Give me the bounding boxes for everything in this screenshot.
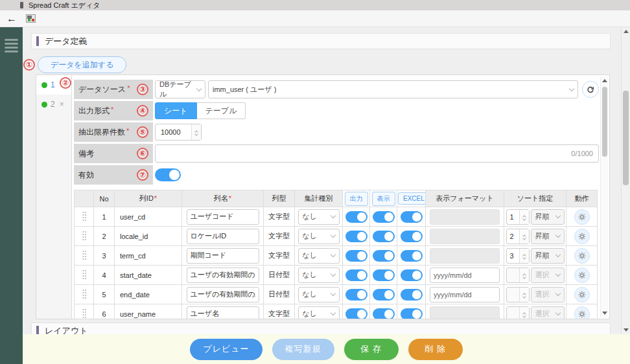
column-name-input[interactable] xyxy=(187,287,259,302)
output-toggle[interactable] xyxy=(345,289,368,301)
display-toggle[interactable] xyxy=(373,211,395,223)
scroll-up-icon[interactable] xyxy=(624,30,629,33)
display-toggle[interactable] xyxy=(373,231,395,242)
column-name-input[interactable] xyxy=(187,267,259,283)
layout-section-header: レイアウト xyxy=(31,323,611,334)
spinner-arrows[interactable] xyxy=(519,307,529,320)
scroll-down-icon[interactable] xyxy=(602,312,607,315)
datasource-table-select[interactable]: imm_user ( ユーザ ) xyxy=(208,80,578,98)
data-definition-section-header: データ定義 xyxy=(31,33,611,49)
excel-toggle[interactable] xyxy=(401,211,423,223)
save-button[interactable]: 保 存 xyxy=(344,339,399,360)
copy-new-button[interactable]: 複写新規 xyxy=(272,339,334,360)
output-toggle[interactable] xyxy=(345,269,368,281)
format-input[interactable] xyxy=(430,229,500,244)
sort-order-select[interactable]: 昇順 xyxy=(531,209,565,225)
spinner-arrows[interactable] xyxy=(519,210,529,224)
output-toggle[interactable] xyxy=(345,231,368,242)
aggregation-select[interactable]: なし xyxy=(298,248,340,264)
spinner-arrows[interactable] xyxy=(191,124,201,140)
format-input[interactable] xyxy=(430,306,500,320)
display-toggle[interactable] xyxy=(373,308,395,320)
menu-icon[interactable] xyxy=(5,39,18,52)
column-settings-button[interactable] xyxy=(574,306,590,320)
column-name-input[interactable] xyxy=(187,306,259,320)
drag-handle-icon[interactable] xyxy=(82,269,87,280)
sort-number-spinner[interactable]: 1 xyxy=(506,209,530,225)
aggregation-select[interactable]: なし xyxy=(298,267,340,283)
panel-scrollbar[interactable] xyxy=(600,76,608,317)
display-toggle[interactable] xyxy=(373,250,395,262)
aggregation-select[interactable]: なし xyxy=(298,306,340,320)
scroll-down-icon[interactable] xyxy=(624,328,629,332)
scroll-up-icon[interactable] xyxy=(602,79,607,82)
add-data-button[interactable]: データを追加する xyxy=(38,56,126,73)
excel-toggle[interactable] xyxy=(401,289,423,301)
sort-order-select[interactable]: 選択 xyxy=(531,267,565,283)
display-all-button[interactable]: 表示 xyxy=(372,192,395,206)
aggregation-select[interactable]: なし xyxy=(298,229,340,244)
sort-order-select[interactable]: 選択 xyxy=(531,287,565,302)
spinner-arrows[interactable] xyxy=(519,229,529,244)
sort-number-spinner[interactable]: 3 xyxy=(506,248,530,264)
excel-toggle[interactable] xyxy=(401,269,423,281)
spinner-arrows[interactable] xyxy=(519,249,529,263)
sort-number-spinner[interactable] xyxy=(506,306,530,320)
chevron-down-icon xyxy=(555,252,560,257)
column-settings-button[interactable] xyxy=(574,267,590,283)
enabled-toggle[interactable] xyxy=(155,168,181,181)
drag-handle-icon[interactable] xyxy=(82,250,87,260)
output-toggle[interactable] xyxy=(345,211,368,223)
sort-number-spinner[interactable] xyxy=(506,287,530,302)
back-button[interactable]: ← xyxy=(6,14,17,24)
spreadsheet-app-icon[interactable] xyxy=(26,14,36,23)
drag-handle-icon[interactable] xyxy=(82,289,87,299)
output-toggle[interactable] xyxy=(345,250,368,262)
column-name-input[interactable] xyxy=(187,209,259,225)
refresh-button[interactable] xyxy=(582,81,599,98)
output-all-button[interactable]: 出力 xyxy=(345,192,368,206)
datasource-type-select[interactable]: DBテーブル xyxy=(155,80,205,98)
sheet-option-button[interactable]: シート xyxy=(155,102,197,119)
display-toggle[interactable] xyxy=(373,289,395,301)
drag-handle-icon[interactable] xyxy=(82,211,87,222)
drag-handle-icon[interactable] xyxy=(82,231,87,241)
data-tab-2[interactable]: 2 × xyxy=(36,95,71,114)
table-option-button[interactable]: テーブル xyxy=(197,102,246,119)
output-toggle[interactable] xyxy=(345,308,368,320)
format-input[interactable] xyxy=(430,287,500,302)
excel-toggle[interactable] xyxy=(401,250,423,262)
limit-spinner[interactable]: 10000 xyxy=(155,124,202,141)
delete-button[interactable]: 削 除 xyxy=(408,339,463,360)
sort-order-select[interactable]: 昇順 xyxy=(531,229,565,244)
scrollbar-thumb[interactable] xyxy=(602,87,607,157)
aggregation-select[interactable]: なし xyxy=(298,209,340,225)
format-input[interactable] xyxy=(430,267,500,283)
aggregation-select[interactable]: なし xyxy=(298,287,340,302)
column-settings-button[interactable] xyxy=(574,248,590,264)
page-scrollbar[interactable] xyxy=(621,27,630,334)
excel-toggle[interactable] xyxy=(401,231,423,242)
preview-button[interactable]: プレビュー xyxy=(190,339,262,360)
spinner-arrows[interactable] xyxy=(519,288,529,302)
column-id: start_date xyxy=(115,266,182,285)
column-settings-button[interactable] xyxy=(574,287,590,302)
sort-number-spinner[interactable] xyxy=(506,267,530,283)
excel-all-button[interactable]: EXCEL xyxy=(398,192,426,205)
column-name-input[interactable] xyxy=(187,248,259,264)
format-input[interactable] xyxy=(430,248,500,264)
close-icon[interactable]: × xyxy=(60,100,64,109)
display-toggle[interactable] xyxy=(373,269,395,281)
excel-toggle[interactable] xyxy=(401,308,423,320)
sort-number-spinner[interactable]: 2 xyxy=(506,229,530,244)
format-input[interactable] xyxy=(430,209,500,225)
remarks-input[interactable] xyxy=(161,148,571,159)
sort-order-select[interactable]: 昇順 xyxy=(531,248,565,264)
column-settings-button[interactable] xyxy=(574,229,590,244)
sort-order-select[interactable]: 選択 xyxy=(531,306,565,320)
spinner-arrows[interactable] xyxy=(519,268,529,282)
scrollbar-thumb[interactable] xyxy=(623,91,629,185)
drag-handle-icon[interactable] xyxy=(82,308,87,319)
column-settings-button[interactable] xyxy=(574,209,590,225)
column-name-input[interactable] xyxy=(187,229,259,244)
